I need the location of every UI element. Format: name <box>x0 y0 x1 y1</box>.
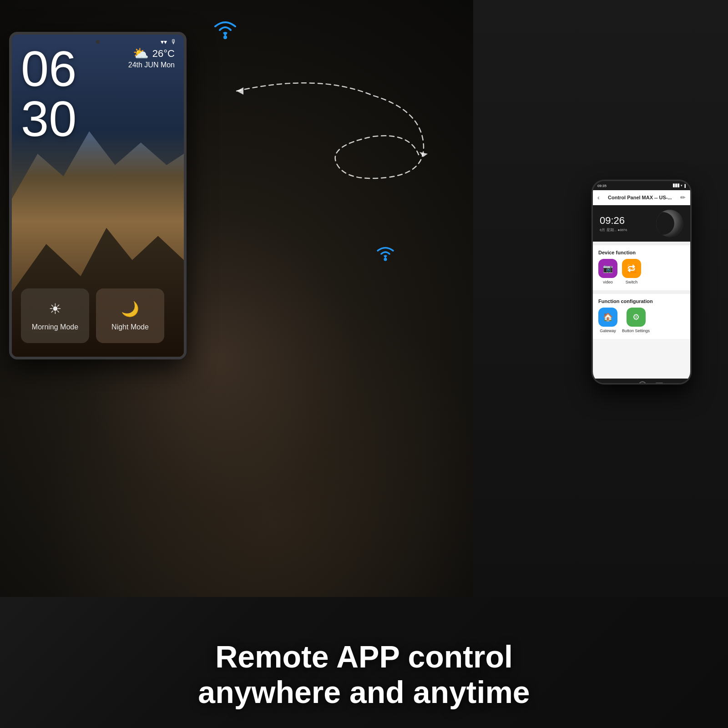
phone-panel-title: Control Panel MAX -- US-... <box>608 195 672 200</box>
tablet-clock: 06 30 <box>21 44 76 144</box>
switch-label: Switch <box>626 280 638 284</box>
svg-point-0 <box>223 35 227 39</box>
phone-wifi-icon: ▾ <box>681 184 682 187</box>
nav-back-icon[interactable] <box>656 383 663 384</box>
tablet-camera <box>96 40 100 44</box>
morning-mode-label: Morning Mode <box>32 323 78 331</box>
video-icon-circle: 📷 <box>598 259 617 278</box>
phone-section-divider-2 <box>593 290 690 294</box>
button-settings-label: Button Settings <box>622 329 650 333</box>
night-mode-label: Night Mode <box>111 323 149 331</box>
phone-edit-button[interactable]: ✏ <box>680 194 686 201</box>
wifi-signal-phone-icon <box>373 241 398 269</box>
gateway-icon-circle: 🏠 <box>598 308 617 327</box>
function-item-gateway[interactable]: 🏠 Gateway <box>598 308 617 333</box>
weather-date: 24th JUN Mon <box>128 61 175 69</box>
phone-screen: ‹ Control Panel MAX -- US-... ✏ 09:26 6月… <box>593 190 690 379</box>
device-function-row: 📷 video 🔁 Switch <box>598 259 685 284</box>
nav-home-icon[interactable] <box>638 381 647 384</box>
tablet-wifi-status-icon: ▾▾ <box>161 38 167 46</box>
phone-status-bar: 09:35 ▊▊▊ ▾ ▐ <box>593 181 690 190</box>
tagline-line2: anywhere and anytime <box>27 674 701 710</box>
phone-device: 09:35 ▊▊▊ ▾ ▐ ‹ Control Panel MAX -- US-… <box>592 180 692 384</box>
weather-icon: ⛅ <box>133 46 149 61</box>
tablet-clock-minute: 30 <box>21 94 76 144</box>
wifi-signal-tablet-icon <box>209 14 241 50</box>
phone-nav-bar <box>593 379 690 384</box>
function-config-row: 🏠 Gateway ⚙ Button Settings <box>598 308 685 333</box>
phone-status-icons: ▊▊▊ ▾ ▐ <box>673 184 686 187</box>
preview-moon-image <box>656 210 683 237</box>
tablet-modes: ☀ Morning Mode 🌙 Night Mode <box>21 288 164 343</box>
phone-device-preview: 09:26 6月 星期... ●86% <box>593 205 690 242</box>
switch-icon-circle: 🔁 <box>622 259 641 278</box>
weather-temp: 26°C <box>152 48 175 60</box>
phone-app-header: ‹ Control Panel MAX -- US-... ✏ <box>593 190 690 205</box>
function-item-switch[interactable]: 🔁 Switch <box>622 259 641 284</box>
video-label: video <box>603 280 613 284</box>
tablet-clock-hour: 06 <box>21 44 76 94</box>
function-config-section: Function configuration 🏠 Gateway ⚙ Butto… <box>593 294 690 339</box>
function-item-video[interactable]: 📷 video <box>598 259 617 284</box>
phone-signal-icon: ▊▊▊ <box>673 184 680 187</box>
device-function-title: Device function <box>598 250 685 255</box>
gateway-icon: 🏠 <box>603 312 613 322</box>
button-settings-icon: ⚙ <box>632 312 640 322</box>
switch-icon: 🔁 <box>627 263 637 273</box>
gateway-label: Gateway <box>600 329 616 333</box>
button-settings-icon-circle: ⚙ <box>627 308 646 327</box>
morning-mode-icon: ☀ <box>49 300 62 318</box>
tablet-mic-icon: 🎙 <box>171 38 177 46</box>
phone-back-button[interactable]: ‹ <box>597 194 600 201</box>
function-config-title: Function configuration <box>598 298 685 304</box>
tablet-screen: ▾▾ 🎙 06 30 ⛅ 26°C 24th JUN Mon ☀ Morning… <box>12 35 184 357</box>
tablet-top-bar: ▾▾ 🎙 <box>161 38 177 46</box>
function-item-button-settings[interactable]: ⚙ Button Settings <box>622 308 650 333</box>
phone-battery-icon: ▐ <box>683 184 686 187</box>
tablet-weather: ⛅ 26°C 24th JUN Mon <box>128 46 175 69</box>
svg-point-1 <box>384 258 387 261</box>
device-function-section: Device function 📷 video 🔁 Switch <box>593 245 690 290</box>
phone-section-divider <box>593 242 690 245</box>
phone-time: 09:35 <box>597 184 607 188</box>
night-mode-button[interactable]: 🌙 Night Mode <box>96 288 164 343</box>
preview-clock-time: 09:26 <box>600 215 627 227</box>
night-mode-icon: 🌙 <box>121 300 139 318</box>
video-icon: 📷 <box>603 263 613 273</box>
morning-mode-button[interactable]: ☀ Morning Mode <box>21 288 89 343</box>
bottom-tagline: Remote APP control anywhere and anytime <box>0 639 728 710</box>
tablet-device: ▾▾ 🎙 06 30 ⛅ 26°C 24th JUN Mon ☀ Morning… <box>9 32 187 359</box>
tagline-line1: Remote APP control <box>27 639 701 674</box>
preview-date: 6月 星期... ●86% <box>600 228 627 233</box>
